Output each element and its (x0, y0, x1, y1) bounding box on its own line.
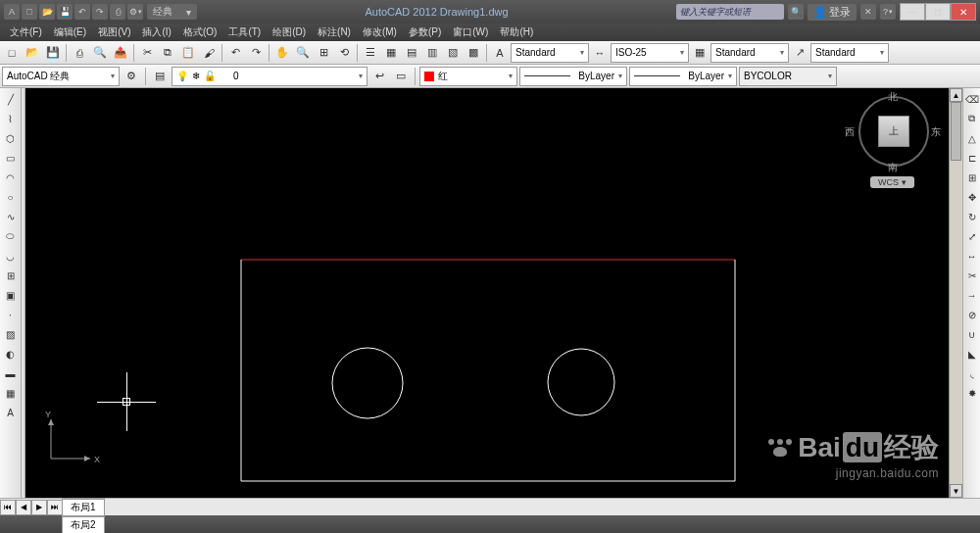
tab-last-icon[interactable]: ⏭ (47, 500, 63, 515)
exchange-icon[interactable]: ✕ (860, 4, 876, 20)
layer-prev-icon[interactable]: ↩ (369, 67, 389, 86)
paste-icon[interactable]: 📋 (178, 43, 198, 63)
mirror-icon[interactable]: △ (963, 129, 981, 147)
ellipse-arc-icon[interactable]: ◡ (2, 247, 20, 265)
zoom-prev-icon[interactable]: ⟲ (334, 43, 354, 63)
dc-icon[interactable]: ▦ (381, 43, 401, 63)
markup-icon[interactable]: ▧ (443, 43, 463, 63)
qat-open-icon[interactable]: 📂 (39, 4, 55, 20)
redo-icon[interactable]: ↷ (246, 43, 266, 63)
scroll-down-icon[interactable]: ▼ (950, 484, 962, 498)
line-icon[interactable]: ╱ (2, 90, 20, 108)
qat-print-icon[interactable]: ⎙ (110, 4, 125, 20)
insert-icon[interactable]: ⊞ (2, 266, 20, 284)
layout-tab[interactable]: 布局2 (62, 516, 105, 534)
spline-icon[interactable]: ∿ (2, 208, 20, 225)
scale-icon[interactable]: ⤢ (963, 227, 981, 245)
zoom-win-icon[interactable]: ⊞ (314, 43, 333, 63)
drawing-canvas[interactable]: X Y 北 南 东 西 上 WCS ▾ ▲ ▼ (25, 88, 962, 498)
layout-tab[interactable]: 布局1 (62, 499, 105, 516)
copy-tool-icon[interactable]: ⧉ (963, 110, 981, 127)
open-icon[interactable]: 📂 (23, 43, 42, 63)
break-icon[interactable]: ⊘ (963, 306, 981, 323)
maximize-button[interactable]: □ (925, 3, 951, 21)
extend-icon[interactable]: → (963, 286, 981, 304)
layer-prop-icon[interactable]: ▤ (150, 67, 170, 86)
properties-icon[interactable]: ☰ (361, 43, 380, 63)
match-icon[interactable]: 🖌 (199, 43, 219, 63)
linetype-selector[interactable]: ByLayer (519, 67, 627, 86)
tab-prev-icon[interactable]: ◀ (16, 500, 31, 515)
region-icon[interactable]: ▬ (2, 364, 20, 382)
offset-icon[interactable]: ⊏ (963, 149, 981, 167)
gradient-icon[interactable]: ◐ (2, 345, 20, 363)
menu-item[interactable]: 绘图(D) (267, 24, 312, 41)
ssm-icon[interactable]: ▥ (422, 43, 442, 63)
undo-icon[interactable]: ↶ (225, 43, 245, 63)
arc-icon[interactable]: ◠ (2, 169, 20, 186)
mleader-icon[interactable]: ↗ (790, 43, 809, 63)
menu-item[interactable]: 参数(P) (403, 24, 447, 41)
table-tool-icon[interactable]: ▦ (2, 384, 20, 402)
explode-icon[interactable]: ✸ (963, 384, 981, 402)
ellipse-icon[interactable]: ⬭ (2, 227, 20, 245)
trim-icon[interactable]: ✂ (963, 266, 981, 284)
hatch-icon[interactable]: ▨ (2, 325, 20, 343)
tab-first-icon[interactable]: ⏮ (0, 500, 16, 515)
menu-item[interactable]: 帮助(H) (494, 24, 539, 41)
dim-style-selector[interactable]: ISO-25 (611, 43, 689, 63)
pan-icon[interactable]: ✋ (272, 43, 292, 63)
close-button[interactable]: ✕ (951, 3, 976, 21)
tool-pal-icon[interactable]: ▤ (402, 43, 421, 63)
navcube-top-face[interactable]: 上 (878, 116, 909, 147)
chamfer-icon[interactable]: ◣ (963, 345, 981, 363)
pline-icon[interactable]: ⌇ (2, 110, 20, 127)
new-icon[interactable]: □ (2, 43, 22, 63)
plotstyle-selector[interactable]: BYCOLOR (739, 67, 837, 86)
layer-selector[interactable]: 💡 ❄ 🔓 0 (172, 67, 368, 86)
move-icon[interactable]: ✥ (963, 188, 981, 206)
rect-icon[interactable]: ▭ (2, 149, 20, 167)
dim-icon[interactable]: ↔ (590, 43, 610, 63)
publish-icon[interactable]: 📤 (111, 43, 130, 63)
qat-redo-icon[interactable]: ↷ (92, 4, 108, 20)
menu-item[interactable]: 编辑(E) (48, 24, 92, 41)
minimize-button[interactable]: ─ (900, 3, 925, 21)
text-tool-icon[interactable]: A (2, 404, 20, 421)
qat-settings-icon[interactable]: ⚙ (127, 4, 143, 20)
table-icon[interactable]: ▦ (690, 43, 710, 63)
block-icon[interactable]: ▣ (2, 286, 20, 304)
search-icon[interactable]: 🔍 (788, 4, 804, 20)
zoom-rt-icon[interactable]: 🔍 (293, 43, 313, 63)
layer-state-icon[interactable]: ▭ (391, 67, 411, 86)
menu-item[interactable]: 视图(V) (92, 24, 136, 41)
login-button[interactable]: 👤 登录 (808, 4, 857, 21)
join-icon[interactable]: ∪ (963, 325, 981, 343)
stretch-icon[interactable]: ↔ (963, 247, 981, 265)
array-icon[interactable]: ⊞ (963, 169, 981, 186)
menu-item[interactable]: 工具(T) (222, 24, 267, 41)
color-selector[interactable]: 红 (419, 67, 517, 86)
print-icon[interactable]: ⎙ (70, 43, 89, 63)
qat-undo-icon[interactable]: ↶ (74, 4, 90, 20)
erase-icon[interactable]: ⌫ (963, 90, 981, 108)
point-icon[interactable]: · (2, 306, 20, 323)
workspace-dd[interactable]: AutoCAD 经典 (2, 67, 120, 86)
table-style-selector[interactable]: Standard (710, 43, 789, 63)
ws-settings-icon[interactable]: ⚙ (122, 67, 141, 86)
scroll-up-icon[interactable]: ▲ (950, 88, 962, 102)
calc-icon[interactable]: ▩ (464, 43, 483, 63)
copy-icon[interactable]: ⧉ (158, 43, 177, 63)
wcs-badge[interactable]: WCS ▾ (870, 176, 914, 188)
text-style-selector[interactable]: Standard (511, 43, 589, 63)
menu-item[interactable]: 格式(O) (177, 24, 222, 41)
cut-icon[interactable]: ✂ (137, 43, 157, 63)
menu-item[interactable]: 标注(N) (312, 24, 357, 41)
rotate-icon[interactable]: ↻ (963, 208, 981, 225)
fillet-icon[interactable]: ◟ (963, 364, 981, 382)
lineweight-selector[interactable]: ByLayer (629, 67, 737, 86)
text-icon[interactable]: A (490, 43, 510, 63)
app-menu-icon[interactable]: A (4, 4, 20, 20)
mleader-style-selector[interactable]: Standard (810, 43, 889, 63)
menu-item[interactable]: 窗口(W) (447, 24, 494, 41)
